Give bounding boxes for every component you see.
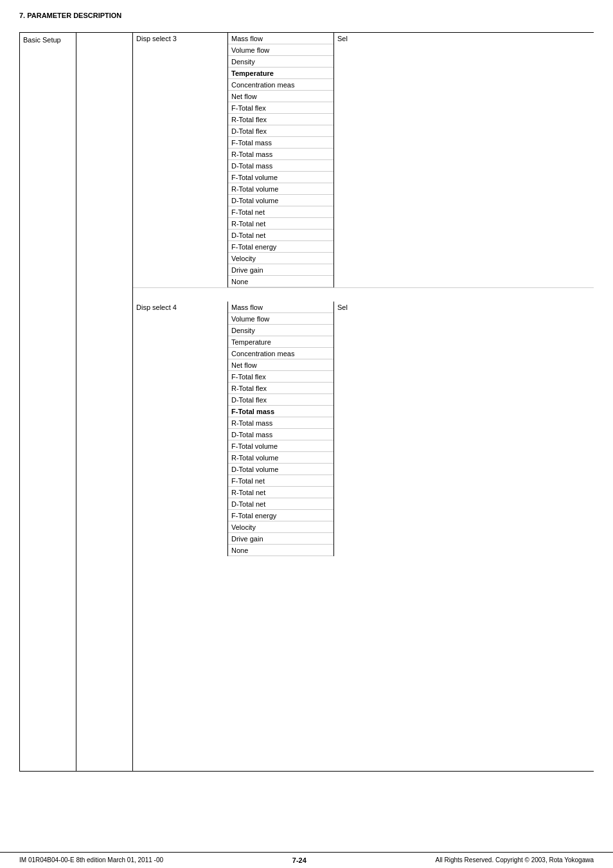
footer-right: All Rights Reserved. Copyright © 2003, R… xyxy=(436,856,594,864)
gap-between-sections xyxy=(133,287,594,302)
option-item[interactable]: F-Total flex xyxy=(228,102,333,114)
option-item[interactable]: F-Total energy xyxy=(228,241,333,253)
footer-center: 7-24 xyxy=(292,856,306,864)
disp-select-3-options: Mass flowVolume flowDensityTemperatureCo… xyxy=(228,33,334,287)
option-item[interactable]: F-Total flex xyxy=(228,371,333,383)
option-item[interactable]: D-Total mass xyxy=(228,429,333,440)
option-item[interactable]: Drive gain xyxy=(228,264,333,276)
option-item[interactable]: Concentration meas xyxy=(228,348,333,359)
page-footer: IM 01R04B04-00-E 8th edition March 01, 2… xyxy=(0,852,613,868)
disp-select-4-section: Disp select 4 Mass flowVolume flowDensit… xyxy=(133,302,594,556)
option-item[interactable]: Volume flow xyxy=(228,313,333,325)
option-item[interactable]: R-Total mass xyxy=(228,149,333,160)
option-item[interactable]: None xyxy=(228,276,333,287)
option-item[interactable]: Mass flow xyxy=(228,302,333,313)
option-item[interactable]: D-Total volume xyxy=(228,195,333,206)
option-item[interactable]: Mass flow xyxy=(228,33,333,44)
option-item[interactable]: Velocity xyxy=(228,253,333,264)
option-item[interactable]: D-Total mass xyxy=(228,160,333,172)
basic-setup-label: Basic Setup xyxy=(20,33,76,771)
disp-select-4-options: Mass flowVolume flowDensityTemperatureCo… xyxy=(228,302,334,556)
option-item[interactable]: D-Total net xyxy=(228,230,333,241)
option-item[interactable]: None xyxy=(228,545,333,556)
option-item[interactable]: F-Total net xyxy=(228,206,333,218)
option-item[interactable]: Volume flow xyxy=(228,44,333,56)
disp-select-3-section: Disp select 3 Mass flowVolume flowDensit… xyxy=(133,33,594,287)
option-item[interactable]: F-Total net xyxy=(228,475,333,487)
option-item[interactable]: Density xyxy=(228,325,333,336)
option-item[interactable]: F-Total mass xyxy=(228,406,333,417)
option-item[interactable]: Net flow xyxy=(228,91,333,102)
option-item[interactable]: Net flow xyxy=(228,359,333,371)
disp-select-4-sel: Sel xyxy=(334,302,594,556)
option-item[interactable]: R-Total volume xyxy=(228,452,333,464)
option-item[interactable]: Temperature xyxy=(228,68,333,79)
option-item[interactable]: R-Total mass xyxy=(228,417,333,429)
option-item[interactable]: Concentration meas xyxy=(228,79,333,91)
option-item[interactable]: D-Total net xyxy=(228,498,333,510)
spacer-col xyxy=(76,33,133,771)
option-item[interactable]: F-Total volume xyxy=(228,172,333,183)
option-item[interactable]: R-Total flex xyxy=(228,383,333,394)
disp-select-3-sel: Sel xyxy=(334,33,594,287)
option-item[interactable]: F-Total mass xyxy=(228,137,333,149)
option-item[interactable]: R-Total flex xyxy=(228,114,333,125)
option-item[interactable]: D-Total flex xyxy=(228,394,333,406)
option-item[interactable]: F-Total volume xyxy=(228,440,333,452)
option-item[interactable]: F-Total energy xyxy=(228,510,333,521)
option-item[interactable]: Temperature xyxy=(228,336,333,348)
option-item[interactable]: D-Total volume xyxy=(228,464,333,475)
option-item[interactable]: Drive gain xyxy=(228,533,333,545)
option-item[interactable]: D-Total flex xyxy=(228,125,333,137)
option-item[interactable]: R-Total net xyxy=(228,487,333,498)
disp-select-4-label: Disp select 4 xyxy=(133,302,228,556)
section-title: 7. PARAMETER DESCRIPTION xyxy=(0,0,613,26)
option-item[interactable]: Density xyxy=(228,56,333,68)
option-item[interactable]: R-Total volume xyxy=(228,183,333,195)
footer-left: IM 01R04B04-00-E 8th edition March 01, 2… xyxy=(19,856,163,864)
option-item[interactable]: R-Total net xyxy=(228,218,333,230)
option-item[interactable]: Velocity xyxy=(228,521,333,533)
disp-select-3-label: Disp select 3 xyxy=(133,33,228,287)
